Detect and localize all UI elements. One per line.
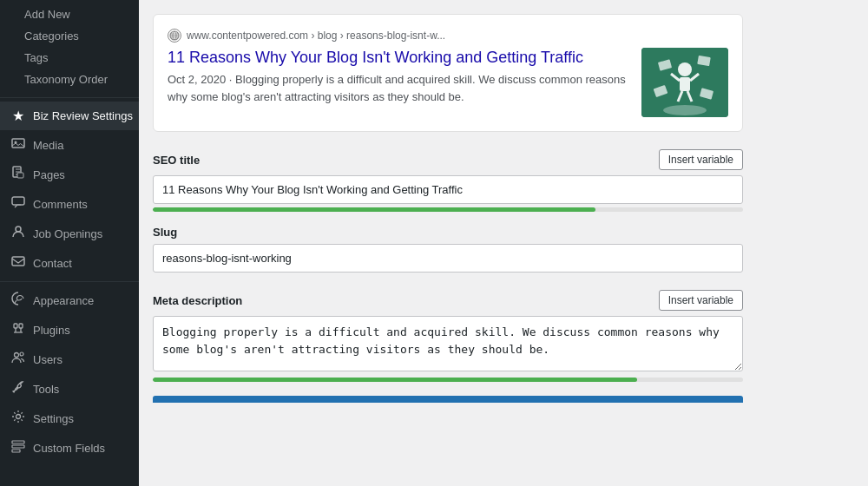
- sidebar-item-categories[interactable]: Categories: [0, 25, 139, 47]
- svg-rect-13: [12, 445, 24, 448]
- users-icon: [10, 351, 26, 368]
- sidebar-item-job-openings[interactable]: Job Openings: [0, 219, 139, 248]
- tools-icon: [10, 380, 26, 397]
- preview-text: 11 Reasons Why Your Blog Isn't Working a…: [168, 48, 631, 105]
- sidebar-item-add-new[interactable]: Add New: [0, 3, 139, 25]
- comments-icon: [10, 195, 26, 213]
- slug-section: Slug: [153, 226, 743, 276]
- sidebar-item-appearance[interactable]: Appearance: [0, 286, 139, 315]
- svg-rect-0: [12, 139, 24, 148]
- seo-title-input[interactable]: [153, 175, 743, 204]
- svg-point-17: [678, 62, 692, 76]
- settings-icon: [10, 410, 26, 427]
- meta-description-section: Meta description Insert variable Bloggin…: [153, 290, 743, 382]
- pages-icon: [10, 166, 26, 183]
- svg-rect-4: [12, 197, 24, 205]
- media-icon: [10, 136, 26, 154]
- svg-rect-7: [14, 324, 17, 328]
- plugins-icon: [10, 321, 26, 338]
- seo-title-label: SEO title: [153, 154, 200, 167]
- svg-point-5: [16, 227, 21, 232]
- sidebar-item-media[interactable]: Media: [0, 130, 139, 160]
- sidebar-item-comments[interactable]: Comments: [0, 189, 139, 219]
- star-icon: ★: [10, 108, 26, 124]
- meta-description-textarea[interactable]: Blogging properly is a difficult and acq…: [153, 316, 743, 371]
- slug-label: Slug: [153, 226, 177, 239]
- preview-thumbnail: [641, 48, 728, 117]
- seo-title-progress-fill: [153, 207, 595, 212]
- svg-point-27: [663, 105, 707, 115]
- svg-rect-3: [17, 173, 23, 178]
- insert-variable-button-title[interactable]: Insert variable: [659, 149, 743, 170]
- svg-rect-6: [12, 257, 24, 266]
- sidebar-item-pages[interactable]: Pages: [0, 160, 139, 189]
- svg-point-10: [20, 352, 23, 356]
- sidebar-divider: [0, 97, 139, 98]
- sidebar-item-tools[interactable]: Tools: [0, 374, 139, 404]
- contact-icon: [10, 254, 26, 272]
- meta-description-progress-fill: [153, 378, 637, 382]
- job-icon: [10, 225, 26, 242]
- svg-rect-8: [19, 324, 23, 328]
- preview-url: www.contentpowered.com › blog › reasons-…: [187, 30, 445, 42]
- sidebar-item-custom-fields[interactable]: Custom Fields: [0, 433, 139, 463]
- preview-title[interactable]: 11 Reasons Why Your Blog Isn't Working a…: [168, 48, 631, 68]
- svg-rect-18: [680, 77, 690, 91]
- bottom-section-indicator: [153, 396, 743, 403]
- svg-point-9: [15, 353, 19, 358]
- meta-description-progress-bar: [153, 378, 743, 382]
- custom-fields-icon: [10, 439, 26, 456]
- main-content: www.contentpowered.com › blog › reasons-…: [139, 0, 868, 486]
- sidebar-item-settings[interactable]: Settings: [0, 404, 139, 433]
- sidebar-item-taxonomy-order[interactable]: Taxonomy Order: [0, 69, 139, 90]
- sidebar: Add New Categories Tags Taxonomy Order ★…: [0, 0, 139, 486]
- svg-point-11: [16, 415, 21, 419]
- seo-title-progress-bar: [153, 207, 743, 212]
- seo-preview-card: www.contentpowered.com › blog › reasons-…: [153, 14, 743, 132]
- sidebar-item-plugins[interactable]: Plugins: [0, 315, 139, 345]
- svg-rect-14: [12, 450, 20, 452]
- appearance-icon: [10, 292, 26, 309]
- insert-variable-button-meta[interactable]: Insert variable: [659, 290, 743, 311]
- sidebar-item-tags[interactable]: Tags: [0, 47, 139, 69]
- slug-input[interactable]: [153, 244, 743, 273]
- sidebar-divider-2: [0, 281, 139, 282]
- globe-icon: [168, 29, 181, 43]
- preview-meta: Oct 2, 2020 · Blogging properly is a dif…: [168, 71, 631, 105]
- sidebar-item-users[interactable]: Users: [0, 345, 139, 374]
- meta-description-label: Meta description: [153, 294, 242, 307]
- svg-rect-12: [12, 441, 24, 443]
- sidebar-item-biz-review-settings[interactable]: ★ Biz Review Settings: [0, 102, 139, 130]
- sidebar-item-contact[interactable]: Contact: [0, 248, 139, 278]
- seo-title-section: SEO title Insert variable: [153, 149, 743, 212]
